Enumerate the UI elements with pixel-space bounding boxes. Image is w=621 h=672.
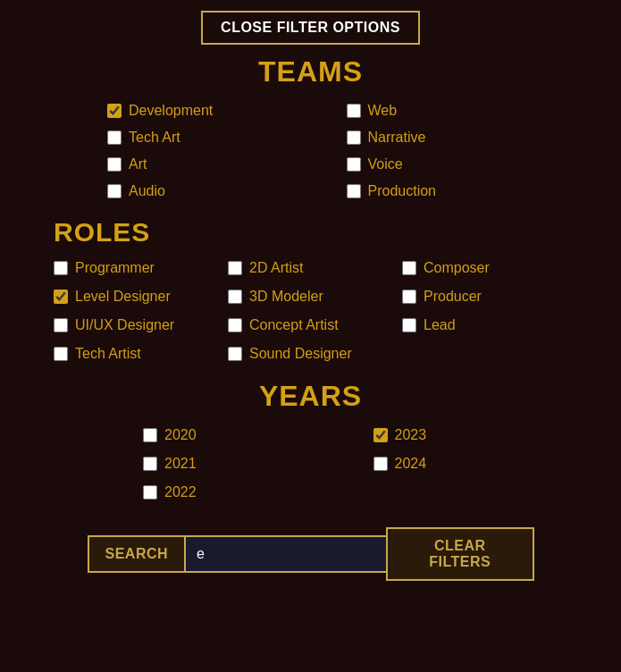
production-checkbox[interactable] [347,184,361,198]
web-label[interactable]: Web [368,103,398,119]
narrative-checkbox[interactable] [347,130,361,145]
voice-label[interactable]: Voice [368,156,403,172]
ui-ux-label[interactable]: UI/UX Designer [75,317,174,333]
search-bar: SEARCH CLEAR FILTERS [88,527,534,581]
years-section: YEARS 2020 2023 2021 2024 2022 [0,380,621,500]
2023-checkbox[interactable] [373,428,388,442]
list-item: Tech Art [107,130,180,146]
level-designer-checkbox[interactable] [54,290,68,304]
2021-checkbox[interactable] [143,457,157,471]
list-item: Tech Artist [54,346,219,362]
2024-checkbox[interactable] [373,457,388,471]
2024-label[interactable]: 2024 [395,456,427,472]
list-item: 2022 [143,484,197,500]
audio-checkbox[interactable] [107,184,122,198]
list-item: Producer [402,289,567,305]
2d-artist-checkbox[interactable] [228,261,242,275]
producer-checkbox[interactable] [402,290,416,304]
teams-section: TEAMS Development Web Tech Art Narrative… [0,55,621,199]
3d-modeler-checkbox[interactable] [228,290,242,304]
search-input[interactable] [186,535,386,573]
list-item: 2024 [373,456,427,472]
list-item: UI/UX Designer [54,317,219,333]
tech-artist-checkbox[interactable] [54,347,68,361]
art-label[interactable]: Art [129,156,147,172]
list-item: Narrative [347,130,426,146]
lead-label[interactable]: Lead [424,317,456,333]
2020-label[interactable]: 2020 [164,427,197,443]
list-item: Concept Artist [228,317,393,333]
2023-label[interactable]: 2023 [395,427,427,443]
2022-label[interactable]: 2022 [164,484,197,500]
level-designer-label[interactable]: Level Designer [75,289,171,305]
concept-artist-checkbox[interactable] [228,318,242,332]
web-checkbox[interactable] [347,104,361,118]
2022-checkbox[interactable] [143,485,157,500]
3d-modeler-label[interactable]: 3D Modeler [249,289,323,305]
roles-section: ROLES Programmer 2D Artist Composer Leve… [0,217,621,362]
development-checkbox[interactable] [107,104,122,118]
teams-title: TEAMS [54,55,567,88]
roles-grid: Programmer 2D Artist Composer Level Desi… [54,260,567,362]
sound-designer-checkbox[interactable] [228,347,242,361]
development-label[interactable]: Development [129,103,213,119]
years-title: YEARS [54,380,567,413]
programmer-checkbox[interactable] [54,261,68,275]
search-button[interactable]: SEARCH [88,535,187,573]
clear-filters-button[interactable]: CLEAR FILTERS [386,527,533,581]
teams-grid: Development Web Tech Art Narrative Art V… [54,103,567,199]
sound-designer-label[interactable]: Sound Designer [249,346,352,362]
2020-checkbox[interactable] [143,428,157,442]
list-item: Sound Designer [228,346,393,362]
list-item: 3D Modeler [228,289,393,305]
list-item: 2D Artist [228,260,393,276]
ui-ux-checkbox[interactable] [54,318,68,332]
producer-label[interactable]: Producer [424,289,482,305]
art-checkbox[interactable] [107,157,122,172]
list-item: Web [347,103,398,119]
list-item: 2020 [143,427,197,443]
voice-checkbox[interactable] [347,157,361,172]
production-label[interactable]: Production [368,183,437,199]
list-item: Lead [402,317,567,333]
2d-artist-label[interactable]: 2D Artist [249,260,303,276]
narrative-label[interactable]: Narrative [368,130,426,146]
concept-artist-label[interactable]: Concept Artist [249,317,339,333]
list-item: Level Designer [54,289,219,305]
programmer-label[interactable]: Programmer [75,260,155,276]
lead-checkbox[interactable] [402,318,416,332]
close-filter-button[interactable]: CLOSE FILTER OPTIONS [201,11,420,45]
list-item: Art [107,156,147,172]
list-item: Composer [402,260,567,276]
audio-label[interactable]: Audio [129,183,165,199]
list-item: 2023 [373,427,427,443]
tech-art-checkbox[interactable] [107,130,122,145]
list-item: 2021 [143,456,197,472]
composer-checkbox[interactable] [402,261,416,275]
tech-artist-label[interactable]: Tech Artist [75,346,141,362]
roles-title: ROLES [54,217,567,248]
2021-label[interactable]: 2021 [164,456,197,472]
list-item: Audio [107,183,165,199]
list-item: Voice [347,156,403,172]
tech-art-label[interactable]: Tech Art [129,130,180,146]
years-grid: 2020 2023 2021 2024 2022 [54,427,567,500]
composer-label[interactable]: Composer [424,260,490,276]
list-item: Programmer [54,260,219,276]
list-item: Production [347,183,437,199]
list-item: Development [107,103,213,119]
